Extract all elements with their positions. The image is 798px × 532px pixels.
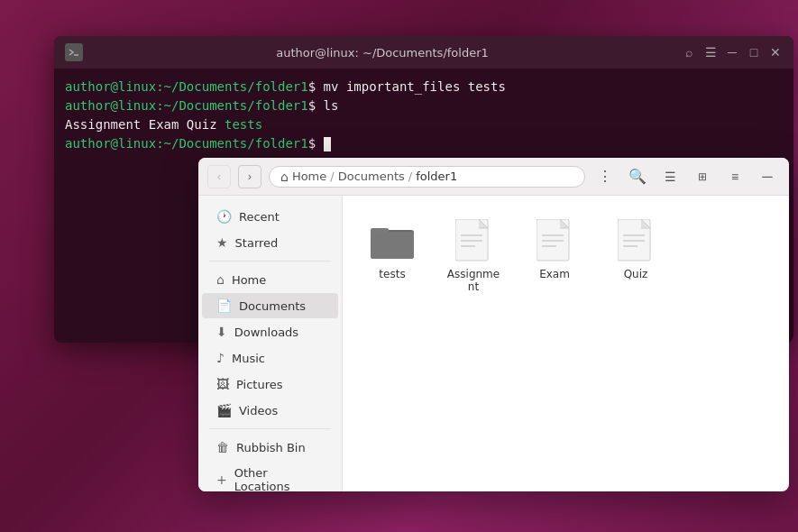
sidebar-label-pictures: Pictures bbox=[236, 378, 282, 391]
terminal-cmd-1: $ mv important_files tests bbox=[308, 79, 506, 94]
terminal-maximize-button[interactable]: □ bbox=[747, 45, 761, 60]
terminal-body: author@linux:~/Documents/folder1$ mv imp… bbox=[54, 69, 793, 162]
documents-icon: 📄 bbox=[216, 298, 232, 313]
sidebar-separator-1 bbox=[209, 261, 331, 261]
doc-icon-quiz bbox=[614, 219, 657, 262]
terminal-prompt-1: author@linux bbox=[65, 79, 156, 94]
music-icon: ♪ bbox=[216, 351, 225, 365]
sidebar-label-recent: Recent bbox=[239, 210, 280, 224]
home-sidebar-icon: ⌂ bbox=[216, 272, 225, 287]
fm-body: 🕐 Recent ★ Starred ⌂ Home 📄 Documents ⬇ … bbox=[198, 196, 789, 491]
terminal-controls: ⌕ ☰ ─ □ ✕ bbox=[682, 45, 783, 60]
terminal-titlebar: author@linux: ~/Documents/folder1 ⌕ ☰ ─ … bbox=[54, 36, 793, 69]
terminal-title: author@linux: ~/Documents/folder1 bbox=[83, 46, 682, 60]
terminal-prompt-2: author@linux bbox=[65, 98, 156, 113]
terminal-output-3: Assignment Exam Quiz bbox=[65, 117, 225, 132]
sidebar-label-music: Music bbox=[232, 352, 265, 365]
terminal-line-3: Assignment Exam Quiz tests bbox=[65, 115, 783, 134]
fm-search-button[interactable]: 🔍 bbox=[625, 164, 650, 189]
file-label-quiz: Quiz bbox=[624, 268, 648, 280]
fm-view-grid-button[interactable]: ≡ bbox=[722, 164, 748, 189]
svg-rect-4 bbox=[371, 232, 414, 259]
terminal-app-icon bbox=[65, 43, 83, 61]
sidebar-label-rubbish: Rubbish Bin bbox=[236, 441, 306, 454]
other-locations-icon: + bbox=[216, 472, 227, 487]
breadcrumb-sep-2: / bbox=[408, 170, 412, 183]
terminal-minimize-button[interactable]: ─ bbox=[725, 45, 739, 60]
sidebar-item-home[interactable]: ⌂ Home bbox=[202, 267, 338, 292]
file-label-exam: Exam bbox=[539, 268, 570, 280]
file-item-assignment[interactable]: Assignment bbox=[442, 214, 505, 298]
sidebar-item-documents[interactable]: 📄 Documents bbox=[202, 293, 338, 318]
sidebar-item-videos[interactable]: 🎬 Videos bbox=[202, 398, 338, 423]
sidebar-label-home: Home bbox=[232, 273, 266, 287]
file-label-tests: tests bbox=[379, 268, 405, 280]
terminal-close-button[interactable]: ✕ bbox=[768, 45, 783, 60]
fm-breadcrumb: ⌂ Home / Documents / folder1 bbox=[269, 166, 585, 188]
sidebar-item-music[interactable]: ♪ Music bbox=[202, 345, 338, 371]
terminal-line-4: author@linux:~/Documents/folder1$ bbox=[65, 134, 783, 153]
file-item-tests[interactable]: tests bbox=[361, 214, 424, 286]
doc-icon-assignment bbox=[452, 219, 495, 262]
sidebar-label-downloads: Downloads bbox=[234, 326, 298, 339]
file-manager-window: ‹ › ⌂ Home / Documents / folder1 ⋮ 🔍 ☰ ⊞… bbox=[198, 158, 789, 491]
sidebar-item-other-locations[interactable]: + Other Locations bbox=[202, 461, 338, 491]
recent-icon: 🕐 bbox=[216, 209, 232, 224]
sidebar-item-pictures[interactable]: 🖼 Pictures bbox=[202, 371, 338, 397]
breadcrumb-sep-1: / bbox=[330, 170, 334, 183]
terminal-path-2: :~/Documents/folder1 bbox=[156, 98, 308, 113]
fm-forward-button[interactable]: › bbox=[238, 165, 261, 188]
folder-icon-tests bbox=[371, 219, 414, 262]
sidebar-item-recent[interactable]: 🕐 Recent bbox=[202, 204, 338, 229]
fm-titlebar: ‹ › ⌂ Home / Documents / folder1 ⋮ 🔍 ☰ ⊞… bbox=[198, 158, 789, 196]
starred-icon: ★ bbox=[216, 235, 228, 250]
sidebar-separator-2 bbox=[209, 428, 331, 429]
file-item-exam[interactable]: Exam bbox=[523, 214, 586, 286]
home-icon: ⌂ bbox=[280, 170, 289, 184]
fm-view-toggle-button[interactable]: ⊞ bbox=[690, 164, 715, 189]
sidebar-item-downloads[interactable]: ⬇ Downloads bbox=[202, 319, 338, 344]
fm-sidebar: 🕐 Recent ★ Starred ⌂ Home 📄 Documents ⬇ … bbox=[198, 196, 343, 491]
videos-icon: 🎬 bbox=[216, 403, 232, 417]
fm-minimize-button[interactable]: ─ bbox=[755, 164, 780, 189]
terminal-search-button[interactable]: ⌕ bbox=[682, 45, 696, 60]
fm-back-button[interactable]: ‹ bbox=[207, 165, 231, 188]
terminal-cmd-2: $ ls bbox=[308, 98, 339, 113]
terminal-menu-button[interactable]: ☰ bbox=[703, 45, 718, 60]
terminal-cmd-4: $ bbox=[308, 136, 324, 151]
file-item-quiz[interactable]: Quiz bbox=[604, 214, 667, 286]
downloads-icon: ⬇ bbox=[216, 325, 227, 339]
terminal-line-1: author@linux:~/Documents/folder1$ mv imp… bbox=[65, 78, 783, 96]
terminal-highlight-3: tests bbox=[225, 117, 262, 132]
terminal-path-4: :~/Documents/folder1 bbox=[156, 136, 308, 151]
sidebar-label-starred: Starred bbox=[235, 236, 279, 250]
doc-icon-exam bbox=[533, 219, 576, 262]
sidebar-label-other: Other Locations bbox=[234, 466, 324, 491]
terminal-line-2: author@linux:~/Documents/folder1$ ls bbox=[65, 96, 783, 115]
pictures-icon: 🖼 bbox=[216, 377, 229, 391]
terminal-prompt-4: author@linux bbox=[65, 136, 156, 151]
breadcrumb-home[interactable]: Home bbox=[292, 170, 326, 183]
file-label-assignment: Assignment bbox=[445, 268, 501, 293]
terminal-cursor bbox=[324, 137, 331, 151]
sidebar-label-videos: Videos bbox=[239, 404, 278, 417]
rubbish-icon: 🗑 bbox=[216, 440, 229, 454]
fm-content: tests Assignment bbox=[343, 196, 789, 491]
breadcrumb-current: folder1 bbox=[416, 170, 457, 183]
sidebar-label-documents: Documents bbox=[239, 299, 306, 313]
breadcrumb-documents[interactable]: Documents bbox=[338, 170, 405, 183]
sidebar-item-rubbish[interactable]: 🗑 Rubbish Bin bbox=[202, 435, 338, 460]
fm-more-button[interactable]: ⋮ bbox=[592, 164, 618, 189]
fm-view-list-button[interactable]: ☰ bbox=[657, 164, 683, 189]
terminal-path-1: :~/Documents/folder1 bbox=[156, 79, 308, 94]
sidebar-item-starred[interactable]: ★ Starred bbox=[202, 230, 338, 255]
